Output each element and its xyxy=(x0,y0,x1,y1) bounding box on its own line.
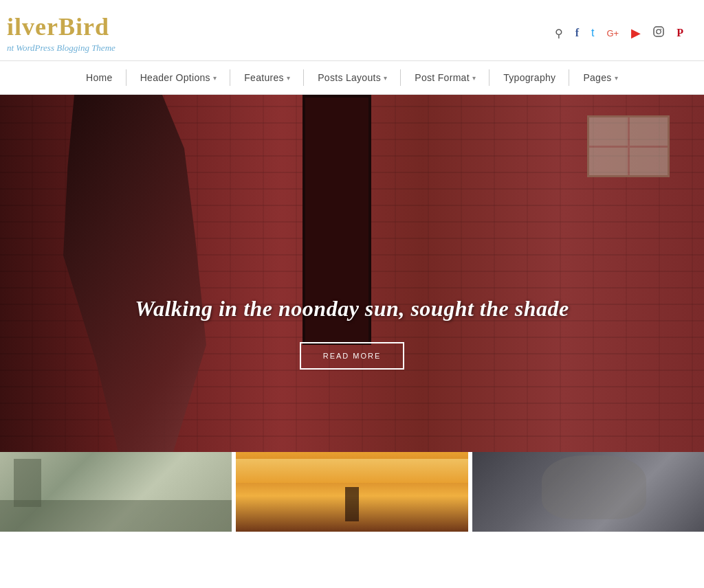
svg-point-2 xyxy=(661,28,662,30)
window-pane xyxy=(589,148,628,176)
nav-label-typography: Typography xyxy=(503,72,556,83)
window-pane xyxy=(630,117,668,146)
hero-content: Walking in the noonday sun, sought the s… xyxy=(0,296,704,370)
pinterest-icon[interactable]: P xyxy=(676,27,683,39)
nav-item-features[interactable]: Features ▾ xyxy=(230,61,304,94)
logo-area: ilverBird nt WordPress Blogging Theme xyxy=(7,12,116,54)
nav-item-posts-layouts[interactable]: Posts Layouts ▾ xyxy=(304,61,401,94)
youtube-icon[interactable]: ▶ xyxy=(631,25,641,41)
logo-subtitle: nt WordPress Blogging Theme xyxy=(7,43,116,54)
window-pane xyxy=(589,117,628,146)
nav-label-home: Home xyxy=(86,72,113,83)
svg-rect-0 xyxy=(654,27,663,36)
nav-label-features: Features xyxy=(244,72,284,83)
chevron-down-icon: ▾ xyxy=(287,74,290,82)
facebook-icon[interactable]: f xyxy=(575,27,579,39)
hero-window-element xyxy=(587,115,670,177)
card-thumbnail-1[interactable] xyxy=(0,452,236,532)
card-thumbnail-3[interactable] xyxy=(472,452,704,532)
card-thumbnail-2[interactable] xyxy=(236,452,472,532)
site-header: ilverBird nt WordPress Blogging Theme ⚲ … xyxy=(0,0,704,95)
nav-item-typography[interactable]: Typography xyxy=(490,61,569,94)
twitter-icon[interactable]: t xyxy=(591,27,594,39)
svg-point-1 xyxy=(657,29,661,33)
nav-label-header-options: Header Options xyxy=(140,72,210,83)
navigation: Home Header Options ▾ Features ▾ Posts L… xyxy=(0,60,704,95)
nav-item-home[interactable]: Home xyxy=(72,61,126,94)
chevron-down-icon: ▾ xyxy=(213,74,217,82)
nav-item-post-format[interactable]: Post Format ▾ xyxy=(401,61,490,94)
googleplus-icon[interactable]: G+ xyxy=(607,28,619,38)
chevron-down-icon: ▾ xyxy=(384,74,387,82)
header-top: ilverBird nt WordPress Blogging Theme ⚲ … xyxy=(0,0,704,60)
nav-label-pages: Pages xyxy=(583,72,611,83)
social-icons: ⚲ f t G+ ▶ P xyxy=(555,25,683,41)
chevron-down-icon: ▾ xyxy=(472,74,476,82)
nav-label-post-format: Post Format xyxy=(415,72,470,83)
nav-item-pages[interactable]: Pages ▾ xyxy=(569,61,632,94)
chevron-down-icon: ▾ xyxy=(615,74,618,82)
hero-title: Walking in the noonday sun, sought the s… xyxy=(0,296,704,321)
nav-item-header-options[interactable]: Header Options ▾ xyxy=(126,61,231,94)
hero-section: Walking in the noonday sun, sought the s… xyxy=(0,95,704,452)
search-icon[interactable]: ⚲ xyxy=(555,27,563,40)
cards-section xyxy=(0,452,704,532)
instagram-icon[interactable] xyxy=(653,26,664,41)
nav-label-posts-layouts: Posts Layouts xyxy=(318,72,381,83)
read-more-button[interactable]: READ MORE xyxy=(300,342,405,370)
window-pane xyxy=(630,148,668,176)
logo-title: ilverBird xyxy=(7,12,116,41)
